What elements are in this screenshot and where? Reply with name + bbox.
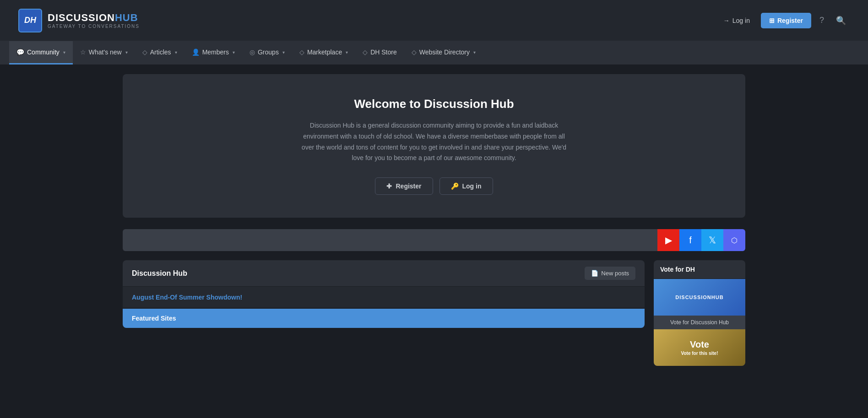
logo-title: DISCUSSIONHUB <box>48 12 140 24</box>
featured-sites-title: Featured Sites <box>132 315 176 322</box>
youtube-button[interactable]: ▶ <box>657 229 679 251</box>
groups-chevron: ▾ <box>282 50 285 55</box>
groups-icon: ◎ <box>250 48 255 56</box>
help-button[interactable]: ? <box>816 12 828 29</box>
nav-item-members[interactable]: 👤 Members ▾ <box>184 41 242 64</box>
sidebar-dh-label[interactable]: Vote for Discussion Hub <box>654 316 745 329</box>
website-directory-icon: ◇ <box>412 48 417 56</box>
new-posts-icon: 📄 <box>591 270 598 277</box>
social-bar: ▶ f 𝕏 ⬡ <box>123 229 745 251</box>
logo-subtitle: GATEWAY TO CONVERSATIONS <box>48 24 140 29</box>
header-actions: → Log in ⊞ Register ? 🔍 <box>717 12 850 29</box>
login-button[interactable]: → Log in <box>717 13 756 28</box>
social-icons: ▶ f 𝕏 ⬡ <box>657 229 745 251</box>
sidebar-vote-banner[interactable]: Vote Vote for this site! <box>654 329 745 366</box>
vote-big-text: Vote <box>690 339 709 350</box>
members-icon: 👤 <box>192 48 200 56</box>
sidebar-vote-card: Vote for DH DISCUSSIONHUB Vote for Discu… <box>654 260 745 366</box>
logo-area: DISCUSSIONHUB GATEWAY TO CONVERSATIONS <box>18 9 140 32</box>
discord-button[interactable]: ⬡ <box>723 229 745 251</box>
articles-icon: ◇ <box>142 48 147 56</box>
community-chevron: ▾ <box>63 50 65 55</box>
banner-login-icon: 🔑 <box>451 182 459 190</box>
sidebar-vote-title: Vote for DH <box>654 260 745 279</box>
search-button[interactable]: 🔍 <box>832 12 850 29</box>
nav-bar: 💬 Community ▾ ☆ What's new ▾ ◇ Articles … <box>0 41 868 65</box>
banner-login-button[interactable]: 🔑 Log in <box>439 177 493 195</box>
nav-item-website-directory[interactable]: ◇ Website Directory ▾ <box>404 41 483 64</box>
website-directory-chevron: ▾ <box>473 50 476 55</box>
new-posts-button[interactable]: 📄 New posts <box>585 267 635 280</box>
nav-item-dh-store[interactable]: ◇ DH Store <box>355 41 404 64</box>
login-icon: → <box>723 17 730 24</box>
content-area: Discussion Hub 📄 New posts August End-Of… <box>123 260 745 366</box>
community-icon: 💬 <box>16 48 24 56</box>
discord-icon: ⬡ <box>731 236 738 245</box>
members-chevron: ▾ <box>233 50 235 55</box>
youtube-icon: ▶ <box>665 235 672 246</box>
welcome-description: Discussion Hub is a general discussion c… <box>297 120 571 164</box>
whats-new-icon: ☆ <box>80 48 86 56</box>
whats-new-chevron: ▾ <box>125 50 128 55</box>
main-content: Welcome to Discussion Hub Discussion Hub… <box>114 65 754 375</box>
facebook-button[interactable]: f <box>679 229 701 251</box>
dh-store-icon: ◇ <box>363 48 368 56</box>
section-title: Discussion Hub <box>132 269 187 278</box>
twitter-button[interactable]: 𝕏 <box>701 229 723 251</box>
forum-row-showdown: August End-Of Summer Showdown! <box>123 287 645 308</box>
logo-part2: HUB <box>115 12 138 23</box>
nav-item-articles[interactable]: ◇ Articles ▾ <box>135 41 184 64</box>
logo-part1: DISCUSSION <box>48 12 115 23</box>
nav-item-groups[interactable]: ◎ Groups ▾ <box>242 41 292 64</box>
social-bar-bg <box>123 229 657 251</box>
logo-icon <box>18 9 42 32</box>
forum-row-title[interactable]: August End-Of Summer Showdown! <box>132 294 242 301</box>
nav-item-whats-new[interactable]: ☆ What's new ▾ <box>73 41 135 64</box>
banner-buttons: ✚ Register 🔑 Log in <box>136 177 732 195</box>
section-header: Discussion Hub 📄 New posts <box>123 260 645 286</box>
welcome-banner: Welcome to Discussion Hub Discussion Hub… <box>123 74 745 218</box>
featured-sites-row[interactable]: Featured Sites <box>123 309 645 328</box>
vote-sub-text: Vote for this site! <box>681 351 718 356</box>
articles-chevron: ▾ <box>175 50 177 55</box>
twitter-icon: 𝕏 <box>709 235 716 246</box>
marketplace-icon: ◇ <box>299 48 304 56</box>
welcome-title: Welcome to Discussion Hub <box>136 97 732 111</box>
sidebar: Vote for DH DISCUSSIONHUB Vote for Discu… <box>654 260 745 366</box>
nav-item-marketplace[interactable]: ◇ Marketplace ▾ <box>292 41 355 64</box>
header: DISCUSSIONHUB GATEWAY TO CONVERSATIONS →… <box>0 0 868 41</box>
forum-main: Discussion Hub 📄 New posts August End-Of… <box>123 260 645 366</box>
banner-register-icon: ✚ <box>386 182 392 190</box>
banner-register-button[interactable]: ✚ Register <box>375 177 433 195</box>
register-icon: ⊞ <box>769 17 775 24</box>
marketplace-chevron: ▾ <box>346 50 348 55</box>
sidebar-dh-banner: DISCUSSIONHUB <box>654 279 745 316</box>
register-button[interactable]: ⊞ Register <box>761 13 811 28</box>
logo-text: DISCUSSIONHUB GATEWAY TO CONVERSATIONS <box>48 12 140 29</box>
nav-item-community[interactable]: 💬 Community ▾ <box>9 41 73 64</box>
facebook-icon: f <box>689 235 692 246</box>
